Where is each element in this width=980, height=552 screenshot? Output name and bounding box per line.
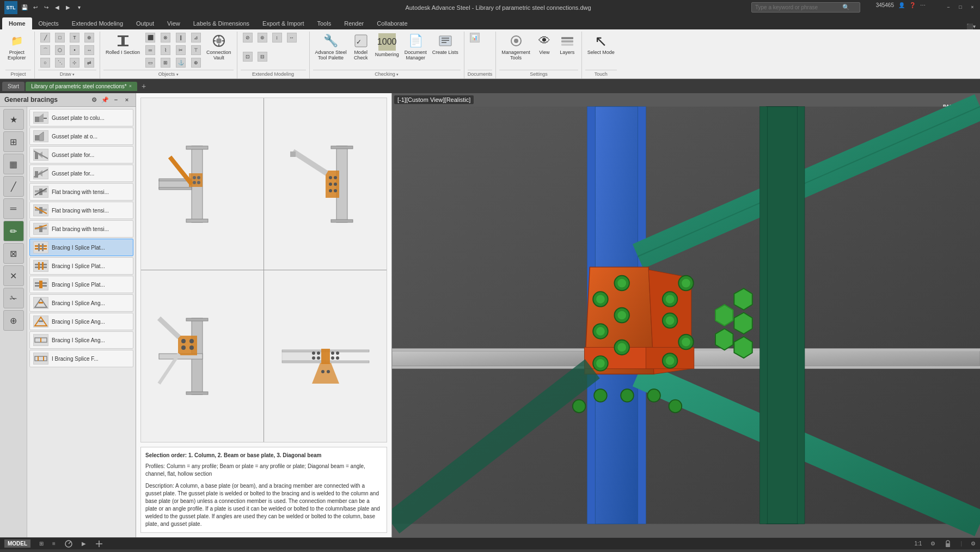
- qa-undo[interactable]: ↩: [30, 2, 40, 12]
- list-item[interactable]: I Bracing Splice F...: [29, 350, 133, 367]
- select-mode-button[interactable]: ↖ Select Mode: [585, 32, 617, 57]
- model-indicator[interactable]: MODEL: [4, 539, 30, 548]
- ext-btn-1[interactable]: ⊘: [241, 32, 255, 44]
- panel-icon-grid[interactable]: ⊞: [3, 131, 24, 152]
- maximize-button[interactable]: □: [955, 2, 966, 12]
- 3d-viewport[interactable]: [-1][Custom View][Realistic] BACK LEFT U…: [392, 93, 980, 537]
- grid-status[interactable]: ⊞: [39, 541, 44, 547]
- panel-icon-favorite[interactable]: ★: [3, 109, 24, 130]
- tab-view[interactable]: View: [161, 17, 187, 29]
- draw-text-btn[interactable]: T: [68, 32, 82, 44]
- tab-start[interactable]: Start: [2, 82, 24, 91]
- qa-more[interactable]: ▾: [74, 2, 84, 12]
- ext-btn-5[interactable]: ⊡: [241, 51, 255, 63]
- doc-btn-1[interactable]: 📊: [468, 32, 482, 44]
- tab-extended-modeling[interactable]: Extended Modeling: [65, 17, 130, 29]
- snap-status[interactable]: ≡: [52, 541, 56, 547]
- more-options-icon[interactable]: ⋯: [920, 2, 926, 8]
- model-check-button[interactable]: ✓ ModelCheck: [350, 32, 372, 62]
- list-item[interactable]: Bracing I Splice Plat...: [29, 276, 133, 293]
- list-item[interactable]: Flat bracing with tensi...: [29, 202, 133, 219]
- panel-icon-diagonal[interactable]: ╱: [3, 176, 24, 197]
- panel-close-icon[interactable]: ×: [122, 95, 131, 104]
- draw-poly-btn[interactable]: ⬡: [53, 44, 67, 56]
- connection-vault-button[interactable]: ConnectionVault: [204, 32, 234, 62]
- search-box[interactable]: 🔍: [751, 2, 860, 13]
- tab-home[interactable]: Home: [2, 17, 32, 29]
- list-item[interactable]: Flat bracing with tensi...: [29, 183, 133, 201]
- minimize-button[interactable]: −: [943, 2, 954, 12]
- draw-ref-btn[interactable]: ⊹: [68, 57, 82, 69]
- panel-icon-cut[interactable]: ✁: [3, 288, 24, 308]
- obj-railing-btn[interactable]: ⊤: [189, 44, 203, 56]
- tab-collaborate[interactable]: Collaborate: [370, 17, 414, 29]
- obj-bolt-btn[interactable]: ⊗: [158, 32, 173, 44]
- obj-stairs-btn[interactable]: ⊿: [189, 32, 203, 44]
- tab-export-import[interactable]: Export & Import: [256, 17, 310, 29]
- list-item[interactable]: Flat bracing with tensi...: [29, 220, 133, 238]
- qa-redo[interactable]: ↪: [41, 2, 51, 12]
- view-button[interactable]: 👁 View: [534, 32, 555, 57]
- draw-rect-btn[interactable]: □: [53, 32, 67, 44]
- draw-mirror-btn[interactable]: ⇌: [82, 57, 96, 69]
- panel-icon-beam[interactable]: ═: [3, 198, 24, 219]
- tab-close-icon[interactable]: ×: [129, 83, 132, 89]
- draw-line-btn[interactable]: ╱: [38, 32, 52, 44]
- create-lists-button[interactable]: Create Lists: [430, 32, 461, 57]
- layers-button[interactable]: Layers: [556, 32, 578, 57]
- lock-status[interactable]: [944, 540, 952, 548]
- ext-btn-2[interactable]: ⊚: [255, 32, 270, 44]
- obj-plate-btn[interactable]: ▭: [143, 57, 157, 69]
- qa-save[interactable]: 💾: [20, 2, 29, 12]
- numbering-button[interactable]: 1000 Numbering: [373, 32, 401, 59]
- tab-labels-dimensions[interactable]: Labels & Dimensions: [187, 17, 256, 29]
- settings-status[interactable]: ⚙: [930, 541, 935, 547]
- qa-back[interactable]: ◀: [52, 2, 62, 12]
- document-manager-button[interactable]: 📄 DocumentManager: [402, 32, 429, 62]
- obj-cut-btn[interactable]: ✂: [174, 44, 188, 56]
- ext-btn-4[interactable]: ↔: [285, 32, 299, 44]
- obj-seam-btn[interactable]: ‖: [174, 32, 188, 44]
- osnap-status[interactable]: ▶: [82, 541, 86, 547]
- new-tab-button[interactable]: +: [138, 81, 149, 92]
- obj-extra-btn[interactable]: ⊕: [189, 57, 203, 69]
- ext-btn-3[interactable]: ↕: [270, 32, 284, 44]
- draw-arc-btn[interactable]: ⌒: [38, 44, 52, 56]
- panel-icon-delete[interactable]: ✕: [3, 265, 24, 286]
- management-tools-button[interactable]: ManagementTools: [499, 32, 532, 62]
- draw-wcs-btn[interactable]: ⊕: [82, 32, 96, 44]
- panel-icon-cross[interactable]: ⊠: [3, 243, 24, 264]
- obj-col-btn[interactable]: ⬛: [143, 32, 157, 44]
- ext-btn-6[interactable]: ⊟: [255, 51, 270, 63]
- panel-icon-add[interactable]: ⊕: [3, 310, 24, 331]
- draw-point-btn[interactable]: •: [68, 44, 82, 56]
- tab-output[interactable]: Output: [130, 17, 161, 29]
- panel-pin-icon[interactable]: 📌: [101, 95, 109, 104]
- list-item[interactable]: Bracing I Splice Ang...: [29, 331, 133, 349]
- list-item[interactable]: Bracing I Splice Plat...: [29, 257, 133, 275]
- draw-circle-btn[interactable]: ○: [38, 57, 52, 69]
- list-item[interactable]: Gusset plate for...: [29, 165, 133, 182]
- qa-fwd[interactable]: ▶: [63, 2, 73, 12]
- help-icon[interactable]: ❓: [909, 2, 916, 8]
- obj-grate-btn[interactable]: ⊞: [158, 57, 173, 69]
- advance-steel-tool-palette-button[interactable]: 🔧 Advance SteelTool Palette: [313, 32, 349, 62]
- panel-settings-icon[interactable]: ⚙: [90, 95, 99, 104]
- list-item[interactable]: Bracing I Splice Plat...: [29, 239, 133, 256]
- panel-icon-frame[interactable]: ▦: [3, 154, 24, 174]
- list-item[interactable]: Bracing I Splice Ang...: [29, 294, 133, 312]
- tab-library[interactable]: Library of parametric steel connections*…: [26, 82, 137, 91]
- list-item[interactable]: Gusset plate at o...: [29, 128, 133, 145]
- ortho-status[interactable]: [95, 539, 103, 548]
- search-input[interactable]: [755, 4, 842, 10]
- panel-icon-edit[interactable]: ✏: [3, 221, 24, 241]
- obj-anchor-btn[interactable]: ⚓: [174, 57, 188, 69]
- close-button[interactable]: ×: [967, 2, 978, 12]
- rolled-i-section-button[interactable]: Rolled I Section: [103, 32, 142, 57]
- workspace-selector[interactable]: ⬛▾: [966, 23, 976, 29]
- tab-render[interactable]: Render: [338, 17, 370, 29]
- tab-objects[interactable]: Objects: [32, 17, 65, 29]
- obj-beam-btn[interactable]: ═: [143, 44, 157, 56]
- obj-weld-btn[interactable]: ⌇: [158, 44, 173, 56]
- tab-tools[interactable]: Tools: [311, 17, 338, 29]
